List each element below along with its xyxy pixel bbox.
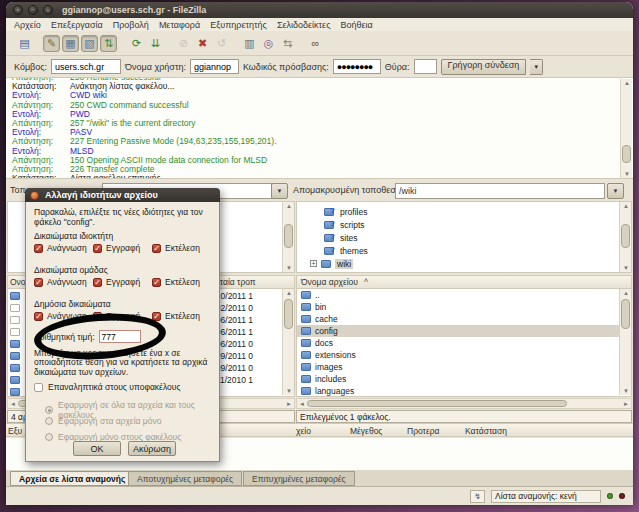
port-input[interactable]	[414, 59, 437, 74]
folder-icon	[301, 339, 311, 347]
find-files-icon[interactable]: ∞	[307, 35, 324, 52]
remote-file-row[interactable]: images	[297, 361, 631, 373]
owner-write-checkbox[interactable]	[93, 244, 102, 253]
tab-successful-transfers[interactable]: Επιτυχημένες μεταφορές	[243, 471, 355, 486]
remote-tree-row[interactable]: themes	[297, 244, 631, 257]
remote-list-hscrollbar[interactable]: ◄►	[296, 398, 632, 409]
local-file-row[interactable]	[10, 386, 20, 397]
folder-icon	[301, 303, 311, 311]
remote-tree-row[interactable]: profiles	[297, 205, 631, 218]
disconnect-icon[interactable]: ✖	[194, 35, 211, 52]
refresh-icon[interactable]: ⟳	[128, 35, 145, 52]
remote-tree-scrollbar[interactable]: ▲▼	[619, 202, 631, 272]
cancel-button[interactable]: Ακύρωση	[128, 441, 176, 456]
speed-limits-icon[interactable]: ↯	[470, 490, 485, 503]
group-permissions-label: Δικαιώματα ομάδας	[34, 265, 211, 275]
message-log: Απάντηση:250 Rename successful Κατάσταση…	[6, 78, 633, 179]
public-write-checkbox[interactable]	[93, 312, 102, 321]
title-bar[interactable]: × − + ggiannop@users.sch.gr - FileZilla	[6, 2, 633, 18]
local-file-row[interactable]	[10, 314, 20, 326]
remote-file-row[interactable]: ..	[297, 289, 631, 301]
recurse-subfolders-checkbox[interactable]	[34, 383, 43, 392]
toggle-queue-icon[interactable]: ⇅	[100, 35, 117, 52]
ok-button[interactable]: OK	[73, 441, 121, 456]
close-window-icon[interactable]: ×	[13, 5, 23, 15]
dialog-title-bar[interactable]: Αλλαγή ιδιοτήτων αρχείου	[25, 188, 220, 202]
remote-file-row[interactable]: docs	[297, 337, 631, 349]
toggle-message-log-icon[interactable]: ✎	[43, 35, 60, 52]
local-header-name[interactable]: Ονο	[8, 277, 26, 287]
toggle-remote-tree-icon[interactable]: ▧	[81, 35, 98, 52]
remote-file-row[interactable]: cache	[297, 313, 631, 325]
remote-header-name[interactable]: Όνομα αρχείου	[297, 277, 358, 287]
filter-icon[interactable]: ▥	[241, 35, 258, 52]
username-input[interactable]	[190, 59, 239, 74]
dialog-close-icon[interactable]	[30, 191, 39, 200]
remote-file-row[interactable]: includes	[297, 373, 631, 385]
remote-path-dropdown-icon[interactable]: ▼	[607, 183, 624, 199]
numeric-value-input[interactable]	[99, 330, 141, 343]
synchronized-browsing-icon[interactable]: ⇆	[279, 35, 296, 52]
site-manager-icon[interactable]: ▤	[16, 35, 33, 52]
local-file-row[interactable]	[10, 362, 20, 374]
local-file-row[interactable]	[10, 290, 20, 302]
remote-tree-row[interactable]: scripts	[297, 218, 631, 231]
log-scrollbar[interactable]: ▲▼	[620, 79, 632, 178]
quickconnect-button[interactable]: Γρήγορη σύνδεση	[441, 59, 527, 75]
local-file-row[interactable]	[10, 326, 20, 338]
queue-col-priority[interactable]: Προτερα	[407, 426, 439, 436]
remote-file-row[interactable]: languages	[297, 385, 631, 397]
menu-item[interactable]: Βοήθεια	[335, 20, 377, 30]
group-read-checkbox[interactable]	[34, 278, 43, 287]
remote-file-row[interactable]: extensions	[297, 349, 631, 361]
menu-item[interactable]: Προβολή	[108, 20, 154, 30]
remote-tree-row[interactable]: sites	[297, 231, 631, 244]
local-file-row[interactable]	[10, 302, 20, 314]
queue-col-server[interactable]: Εξυ	[8, 426, 22, 436]
queue-col-remote-file[interactable]: χείο	[296, 426, 311, 436]
minimize-window-icon[interactable]: −	[28, 5, 38, 15]
directory-comparison-icon[interactable]: ◎	[260, 35, 277, 52]
remote-file-row[interactable]: bin	[297, 301, 631, 313]
process-queue-icon[interactable]: ⇊	[147, 35, 164, 52]
host-input[interactable]	[51, 59, 121, 74]
maximize-window-icon[interactable]: +	[43, 5, 53, 15]
folder-icon	[301, 327, 311, 335]
public-execute-checkbox[interactable]	[152, 312, 161, 321]
tab-failed-transfers[interactable]: Αποτυχημένες μεταφορές	[128, 471, 242, 486]
menu-item[interactable]: Εξυπηρετητής	[205, 20, 272, 30]
group-execute-checkbox[interactable]	[152, 278, 161, 287]
remote-tree: profiles scripts sites	[296, 201, 632, 273]
remote-path-combobox[interactable]: /wiki	[395, 183, 605, 199]
queue-col-status[interactable]: Κατάσταση	[465, 426, 507, 436]
menu-item[interactable]: Επεξεργασία	[46, 20, 108, 30]
toggle-local-tree-icon[interactable]: ▦	[62, 35, 79, 52]
local-tree-scrollbar[interactable]: ▲▼	[282, 202, 294, 272]
menu-item[interactable]: Αρχείο	[9, 20, 46, 30]
public-read-checkbox[interactable]	[34, 312, 43, 321]
menu-item[interactable]: Μεταφορά	[154, 20, 205, 30]
folder-icon	[301, 375, 311, 383]
log-line: Απάντηση:257 "/wiki" is the current dire…	[6, 119, 633, 128]
reconnect-icon[interactable]: ↺	[213, 35, 230, 52]
cancel-operation-icon[interactable]: ⊘	[175, 35, 192, 52]
quickconnect-dropdown-icon[interactable]: ▼	[530, 59, 543, 75]
local-list-scrollbar[interactable]: ▲▼	[282, 289, 294, 395]
local-file-row[interactable]	[10, 374, 20, 386]
remote-list-scrollbar[interactable]: ▲▼	[619, 289, 631, 395]
owner-execute-checkbox[interactable]	[152, 244, 161, 253]
local-path-dropdown-icon[interactable]: ▼	[271, 183, 288, 199]
owner-read-checkbox[interactable]	[34, 244, 43, 253]
expander-icon[interactable]: +	[310, 260, 317, 267]
menu-bar: ΑρχείοΕπεξεργασίαΠροβολήΜεταφοράΕξυπηρετ…	[6, 18, 633, 31]
local-file-row[interactable]	[10, 350, 20, 362]
remote-tree-row-wiki[interactable]: + wiki	[297, 257, 631, 270]
group-write-checkbox[interactable]	[93, 278, 102, 287]
menu-item[interactable]: Σελιδοδείκτες	[272, 20, 336, 30]
remote-file-row[interactable]: config	[297, 325, 631, 337]
tab-queued-files[interactable]: Αρχεία σε λίστα αναμονής	[10, 471, 134, 486]
local-file-row[interactable]	[10, 338, 20, 350]
password-input[interactable]	[333, 59, 381, 74]
queue-col-size[interactable]: Μέγεθος	[350, 426, 382, 436]
remote-list-header[interactable]: Όνομα αρχείου ^	[296, 275, 632, 289]
